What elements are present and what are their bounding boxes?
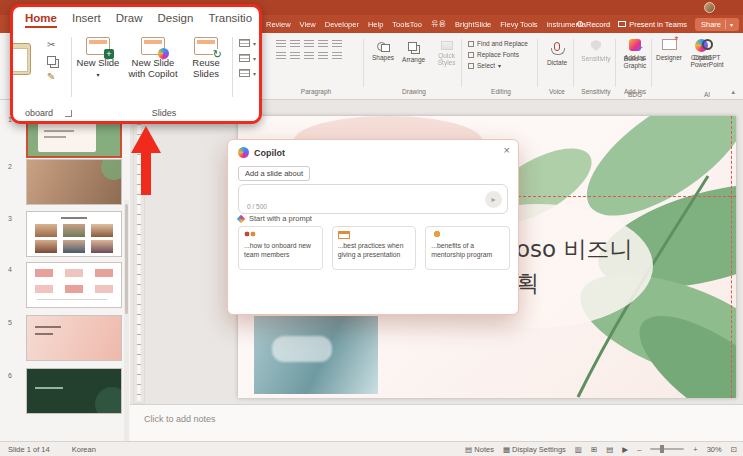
dictate-button[interactable]: Dictate xyxy=(540,38,574,68)
tab-flevy-tools[interactable]: Flevy Tools xyxy=(500,20,537,29)
close-icon[interactable]: × xyxy=(504,144,510,156)
dialog-launcher-icon[interactable] xyxy=(65,110,72,117)
tab-developer[interactable]: Developer xyxy=(325,20,359,29)
callout-ribbon-tabs: Home Insert Draw Design Transitio xyxy=(25,12,252,28)
numbering-button[interactable] xyxy=(290,40,300,48)
slide-thumbnail-2[interactable] xyxy=(26,159,122,205)
line-spacing-button[interactable] xyxy=(332,40,342,48)
quick-styles-label: Quick Styles xyxy=(433,52,460,67)
share-divider xyxy=(725,20,726,29)
status-bar: Slide 1 of 14 Korean ▤ Notes ▦ Display S… xyxy=(0,441,743,456)
copy-icon[interactable] xyxy=(47,56,56,65)
cut-icon[interactable]: ✂ xyxy=(47,39,56,50)
reset-button[interactable]: ▾ xyxy=(239,54,256,62)
align-right-button[interactable] xyxy=(304,52,314,60)
prompt-card-onboard[interactable]: ...how to onboard new team members xyxy=(238,226,323,270)
character-counter: 0 / 500 xyxy=(247,203,267,210)
copilot-prompt-input[interactable] xyxy=(245,188,475,202)
find-replace-button[interactable]: Find and Replace xyxy=(468,40,538,47)
zoom-slider-thumb[interactable] xyxy=(660,445,664,453)
replace-fonts-button[interactable]: Replace Fonts xyxy=(468,51,538,58)
slide-title-text[interactable]: oso 비즈니 xyxy=(516,234,632,265)
thumbnail-art xyxy=(38,122,96,152)
group-divider xyxy=(71,37,72,97)
columns-button[interactable] xyxy=(332,52,342,60)
group-divider xyxy=(363,39,364,87)
layout-button[interactable]: ▾ xyxy=(239,39,256,47)
award-icon xyxy=(431,231,443,239)
shapes-button[interactable]: Shapes xyxy=(370,39,396,63)
present-in-teams-button[interactable]: Present in Teams xyxy=(618,20,687,29)
chatgpt-powerpoint-button[interactable]: ChatGPT PowerPoint xyxy=(690,39,724,69)
monitor-icon xyxy=(618,21,626,27)
group-divider xyxy=(615,39,616,87)
slide-photo[interactable] xyxy=(254,316,378,394)
quick-styles-button[interactable]: Quick Styles xyxy=(431,39,462,69)
tab-view[interactable]: View xyxy=(300,20,316,29)
tab-home[interactable]: Home xyxy=(25,12,57,28)
slide-title-text[interactable]: 획 xyxy=(516,268,539,299)
language-indicator[interactable]: Korean xyxy=(72,445,96,454)
tab-korean-addin[interactable]: 유용 xyxy=(431,19,446,29)
zoom-in-button[interactable]: + xyxy=(693,445,697,454)
bullets-button[interactable] xyxy=(276,40,286,48)
tab-review[interactable]: Review xyxy=(266,20,291,29)
tab-draw[interactable]: Draw xyxy=(116,12,143,28)
record-icon xyxy=(577,21,583,27)
slideshow-view-icon[interactable]: ▶ xyxy=(622,445,628,454)
display-settings-button[interactable]: ▦ Display Settings xyxy=(503,445,566,454)
tab-toolstoo[interactable]: ToolsToo xyxy=(392,20,422,29)
user-avatar[interactable] xyxy=(704,2,715,13)
new-slide-with-copilot-button[interactable]: New Slide with Copilot xyxy=(125,37,181,80)
zoom-slider[interactable] xyxy=(650,448,684,450)
align-left-button[interactable] xyxy=(276,52,286,60)
slide-thumbnail-4[interactable] xyxy=(26,262,122,308)
drawing-group-label: Drawing xyxy=(366,88,462,95)
notes-toggle[interactable]: ▤ Notes xyxy=(465,445,494,454)
section-button[interactable]: ▾ xyxy=(239,69,256,77)
reading-view-icon[interactable]: ▤ xyxy=(606,445,613,454)
zoom-out-button[interactable]: – xyxy=(637,445,641,454)
titlebar-actions: Record Present in Teams Share ▾ xyxy=(577,15,739,33)
format-painter-icon[interactable]: ✎ xyxy=(47,71,56,82)
prompt-card-mentorship[interactable]: ...benefits of a mentorship program xyxy=(425,226,510,270)
paste-button[interactable] xyxy=(10,43,31,75)
slide-sorter-view-icon[interactable]: ⊞ xyxy=(591,445,597,454)
copilot-dialog-title: Copilot xyxy=(254,148,285,158)
prompt-suggestions-header: Start with a prompt xyxy=(238,214,312,223)
microphone-icon xyxy=(554,42,560,51)
indent-increase-button[interactable] xyxy=(318,40,328,48)
notes-pane[interactable]: Click to add notes xyxy=(130,404,743,441)
sensitivity-button[interactable]: Sensitivity xyxy=(576,38,616,64)
align-center-button[interactable] xyxy=(290,52,300,60)
new-slide-button[interactable]: + New Slide ▾ xyxy=(75,37,121,80)
chevron-down-icon: ▾ xyxy=(730,21,733,28)
normal-view-icon[interactable]: ▥ xyxy=(575,445,582,454)
collapse-ribbon-icon[interactable]: ▴ xyxy=(731,88,735,96)
slide-counter: Slide 1 of 14 xyxy=(8,445,50,454)
justify-button[interactable] xyxy=(318,52,328,60)
thumbnail-number: 2 xyxy=(8,163,12,170)
indent-decrease-button[interactable] xyxy=(304,40,314,48)
zoom-level[interactable]: 30% xyxy=(707,445,722,454)
copilot-icon xyxy=(158,48,169,59)
fit-to-window-icon[interactable]: ⊡ xyxy=(731,445,737,454)
record-button[interactable]: Record xyxy=(577,20,610,29)
tab-transitions[interactable]: Transitio xyxy=(208,12,252,28)
reuse-slides-button[interactable]: ↻ Reuse Slides xyxy=(183,37,229,80)
thumbnail-scrollbar[interactable] xyxy=(124,200,129,456)
tab-insert[interactable]: Insert xyxy=(72,12,101,28)
select-button[interactable]: Select ▾ xyxy=(468,62,538,69)
build-a-graphic-button[interactable]: Build-a-Graphic xyxy=(618,39,652,70)
tab-design[interactable]: Design xyxy=(158,12,194,28)
slide-thumbnail-6[interactable] xyxy=(26,368,122,414)
tab-brightslide[interactable]: BrightSlide xyxy=(455,20,491,29)
tab-help[interactable]: Help xyxy=(368,20,383,29)
slide-thumbnail-5[interactable] xyxy=(26,315,122,361)
share-button[interactable]: Share ▾ xyxy=(695,18,739,31)
send-button[interactable]: ▸ xyxy=(485,191,502,208)
slide-thumbnail-3[interactable] xyxy=(26,211,122,257)
add-slide-about-chip[interactable]: Add a slide about xyxy=(238,166,310,181)
arrange-button[interactable]: Arrange xyxy=(400,39,427,65)
prompt-card-best-practices[interactable]: ...best practices when giving a presenta… xyxy=(332,226,417,270)
